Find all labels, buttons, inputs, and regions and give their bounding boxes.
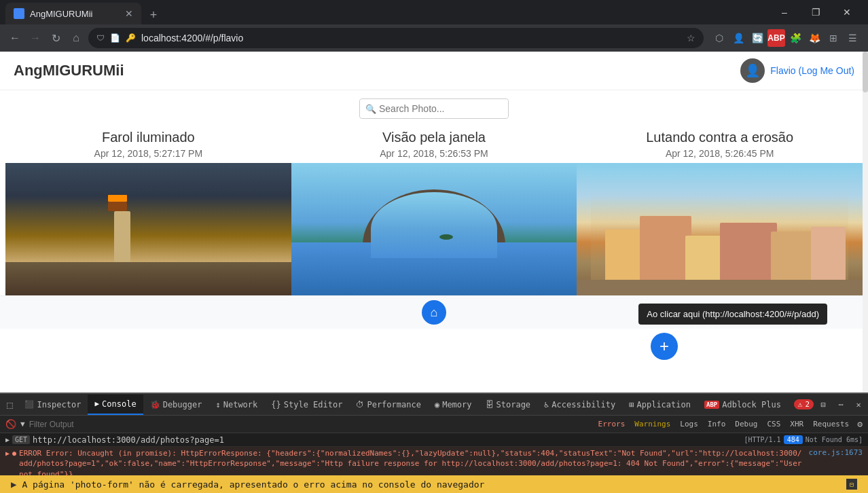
search-input[interactable] (360, 99, 508, 118)
window-controls: – ❐ ✕ (769, 0, 863, 24)
storage-icon: 🗄 (486, 400, 494, 409)
home-nav-button[interactable]: ⌂ (422, 300, 446, 325)
log-level-logs[interactable]: Logs (676, 419, 702, 429)
reload-button[interactable]: ↻ (48, 30, 64, 46)
console-line-1: ▶ ● ERROR Error: Uncaught (in promise): … (0, 447, 868, 475)
url-bar[interactable]: 🛡 📄 🔑 localhost:4200/#/p/flavio ☆ (88, 28, 704, 48)
tab-accessibility[interactable]: ♿ Accessibility (537, 395, 622, 415)
log-level-info[interactable]: Info (704, 419, 730, 429)
log-level-xhr[interactable]: XHR (786, 419, 808, 429)
console-icon: ▶ (94, 399, 99, 408)
photo-image-1[interactable] (291, 163, 577, 295)
photo-title-2: Lutando contra a erosão (577, 127, 863, 145)
browser-titlebar: AngMIGURUMii ✕ + – ❐ ✕ (0, 0, 868, 24)
browser-toolbar-icons: ⬡ 👤 🔄 ABP 🧩 🦊 ⊞ ☰ (710, 29, 861, 47)
http-status-text: [HTTP/1.1 (744, 436, 780, 443)
tab-adblock[interactable]: ABP Adblock Plus (698, 395, 788, 415)
error-source[interactable]: core.js:1673 (809, 448, 863, 457)
xhr-badge: GET (12, 435, 30, 444)
user-link[interactable]: Flavio (Log Me Out) (770, 65, 854, 76)
photo-image-2[interactable] (577, 163, 863, 295)
tab-network[interactable]: ↕ Network (209, 395, 264, 415)
tab-performance[interactable]: ⏱ Performance (349, 395, 427, 415)
log-level-warnings[interactable]: Warnings (630, 419, 674, 429)
search-bar: 🔍 (0, 90, 868, 127)
clear-console-button[interactable]: 🚫 (5, 419, 16, 429)
user-section: 👤 Flavio (Log Me Out) (740, 58, 854, 83)
profile-icon[interactable]: 👤 (729, 29, 747, 47)
photo-image-0[interactable] (5, 163, 291, 295)
warning-arrow-icon[interactable]: ▶ (11, 479, 16, 490)
close-devtools-button[interactable]: ✕ (850, 397, 867, 413)
more-options-button[interactable]: ⋯ (833, 397, 849, 413)
fab-button[interactable]: + (651, 333, 678, 360)
error-expand-icon[interactable]: ▶ (5, 450, 10, 457)
bookmark-icon[interactable]: ☆ (687, 33, 695, 43)
tab-bar: AngMIGURUMii ✕ + (5, 0, 769, 24)
home-button[interactable]: ⌂ (68, 30, 84, 46)
filter-input[interactable] (29, 420, 111, 429)
error-dot-icon: ● (12, 450, 16, 457)
log-level-css[interactable]: CSS (763, 419, 784, 429)
tab-inspector[interactable]: ⬛ Inspector (18, 395, 88, 415)
error-count-badge[interactable]: ⚠ 2 (794, 399, 814, 409)
photo-card-2[interactable]: Lutando contra a erosão Apr 12, 2018, 5:… (577, 127, 863, 295)
forward-button[interactable]: → (27, 30, 43, 46)
line-expand-icon[interactable]: ▶ (5, 436, 10, 443)
devtools-toolbar: 🚫 ▼ Errors Warnings Logs Info Debug CSS … (0, 416, 868, 433)
accessibility-label: Accessibility (551, 400, 615, 409)
search-icon: 🔍 (365, 104, 376, 114)
extension2-icon[interactable]: 🦊 (806, 29, 823, 47)
devtools-panel: ⬚ ⬛ Inspector ▶ Console 🐞 Debugger ↕ Net… (0, 392, 868, 493)
accessibility-icon: ♿ (544, 400, 549, 409)
extension1-icon[interactable]: 🧩 (786, 29, 804, 47)
log-level-errors[interactable]: Errors (594, 419, 630, 429)
adblock-label: Adblock Plus (722, 400, 781, 409)
error-count-label: 2 (805, 400, 810, 409)
split-view-button[interactable]: ⊟ (815, 397, 831, 413)
scrollbar-track[interactable] (863, 52, 868, 392)
maximize-button[interactable]: ❐ (800, 0, 831, 24)
tab-console[interactable]: ▶ Console (88, 395, 143, 415)
log-level-debug[interactable]: Debug (731, 419, 761, 429)
devtools-content: ▶ GET http://localhost:3000/add/photos?p… (0, 433, 868, 475)
windows-icon[interactable]: ⊞ (825, 29, 842, 47)
performance-label: Performance (367, 400, 420, 409)
tab-title: AngMIGURUMii (30, 9, 120, 19)
devtools-end-controls: ⚠ 2 ⊟ ⋯ ✕ (794, 397, 867, 413)
log-level-requests[interactable]: Requests (809, 419, 853, 429)
photo-card-1[interactable]: Visão pela janela Apr 12, 2018, 5:26:53 … (291, 127, 577, 295)
pocket-icon[interactable]: ⬡ (710, 29, 728, 47)
avatar: 👤 (740, 58, 765, 83)
menu-icon[interactable]: ☰ (844, 29, 861, 47)
app-header: AngMIGURUMii 👤 Flavio (Log Me Out) (0, 52, 868, 90)
active-tab[interactable]: AngMIGURUMii ✕ (5, 3, 141, 24)
debugger-icon: 🐞 (150, 400, 160, 409)
warning-end-icon[interactable]: ⊟ (846, 479, 857, 490)
back-button[interactable]: ← (7, 30, 23, 46)
tab-debugger[interactable]: 🐞 Debugger (143, 395, 209, 415)
scrollbar-thumb[interactable] (863, 52, 868, 92)
sync-icon[interactable]: 🔄 (748, 29, 766, 47)
photo-title-0: Farol iluminado (5, 127, 291, 145)
devtools-picker-button[interactable]: ⬚ (1, 395, 18, 415)
tab-application[interactable]: ⊞ Application (622, 395, 698, 415)
debugger-label: Debugger (163, 400, 202, 409)
settings-icon[interactable]: ⚙ (857, 419, 863, 429)
adblock-icon[interactable]: ABP (767, 29, 785, 47)
close-button[interactable]: ✕ (831, 0, 863, 24)
tab-style-editor[interactable]: {} Style Editor (264, 395, 349, 415)
photo-date-1: Apr 12, 2018, 5:26:53 PM (291, 148, 577, 159)
tab-close-icon[interactable]: ✕ (125, 8, 133, 19)
memory-icon: ◉ (435, 400, 439, 409)
console-line-0: ▶ GET http://localhost:3000/add/photos?p… (0, 433, 868, 447)
photo-card-0[interactable]: Farol iluminado Apr 12, 2018, 5:27:17 PM (5, 127, 291, 295)
console-label: Console (102, 399, 137, 409)
minimize-button[interactable]: – (769, 0, 800, 24)
new-tab-button[interactable]: + (144, 5, 163, 24)
tab-storage[interactable]: 🗄 Storage (479, 395, 538, 415)
filter-icon: ▼ (20, 420, 25, 428)
url-text[interactable]: localhost:4200/#/p/flavio (141, 33, 681, 43)
tab-memory[interactable]: ◉ Memory (428, 395, 479, 415)
key-icon: 🔑 (126, 33, 136, 43)
